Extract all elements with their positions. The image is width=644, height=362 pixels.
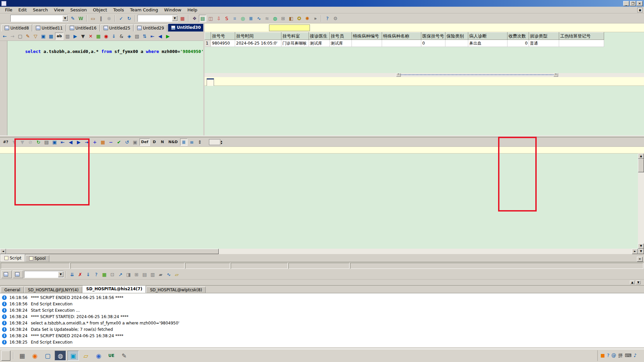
database-select[interactable]: ▼	[24, 271, 64, 278]
cell[interactable]: 0	[507, 40, 529, 47]
add-grid-icon[interactable]: ▦	[101, 271, 108, 278]
connection-select[interactable]: ▼	[10, 15, 68, 22]
sql-scratchpad-icon[interactable]: S	[223, 15, 230, 22]
save-icon[interactable]: ▣	[40, 33, 47, 40]
window-button[interactable]	[1, 270, 12, 278]
prev-page-icon[interactable]: ◀	[156, 33, 164, 40]
project-manager-icon[interactable]: ▦	[179, 15, 186, 22]
cell[interactable]: 普通	[529, 40, 559, 47]
cell[interactable]: 鼻出血	[468, 40, 507, 47]
stop-icon[interactable]: ⊗	[105, 15, 113, 22]
menu-item[interactable]: Edit	[15, 7, 30, 13]
visual-object-editor-icon[interactable]: ◫	[207, 15, 214, 22]
security-icon[interactable]: ✪	[296, 15, 303, 22]
archive-tray-icon[interactable]: ■	[600, 353, 605, 359]
log-entry[interactable]: i 16:38:24 Start Script Execution ...	[0, 307, 644, 313]
result-tab[interactable]: Spool	[25, 255, 49, 262]
break-icon[interactable]: ⊘	[27, 138, 34, 146]
cell[interactable]	[445, 40, 468, 47]
export-icon[interactable]: ⇓	[110, 33, 117, 40]
fetch-nd-button[interactable]: N&D	[167, 138, 179, 146]
menu-item[interactable]: Help	[184, 7, 201, 13]
next-record-icon[interactable]: ▶	[75, 138, 83, 146]
document-tab[interactable]: Untitled25	[100, 24, 134, 32]
mail-tray-icon[interactable]: @	[611, 353, 616, 359]
close-icon[interactable]: ✕	[637, 257, 643, 262]
start-button[interactable]	[1, 351, 10, 361]
revert-edits-icon[interactable]: ↺	[123, 138, 131, 146]
session-tab[interactable]: General	[1, 287, 24, 293]
sql-code[interactable]: select a.tsbzbh,a.omxid0,a.* from sf_fym…	[9, 43, 204, 77]
scrollbar-thumb[interactable]	[638, 159, 644, 172]
document-icon[interactable]: ▣	[637, 8, 643, 12]
log-entry[interactable]: i 16:18:56 End Script Execution	[0, 301, 644, 307]
save-all-icon[interactable]: ▦	[47, 33, 55, 40]
copy-format-icon[interactable]: ▧	[133, 33, 141, 40]
menu-item[interactable]: View	[51, 7, 67, 13]
vertical-scrollbar[interactable]: ▲ ▼	[638, 154, 644, 249]
form-view-icon[interactable]: ≡	[188, 138, 196, 146]
column-header[interactable]: 特殊病种编号	[352, 33, 382, 40]
scroll-left-icon[interactable]: ◄	[0, 249, 6, 254]
collapse-down-icon[interactable]: ▼	[636, 281, 641, 284]
web-support-icon[interactable]: W	[77, 15, 85, 22]
filter-data-icon[interactable]: ▼	[19, 138, 26, 146]
session-tab[interactable]: SD_HOSPITAL@FJLNYY(4)	[24, 287, 82, 293]
session-browser-icon[interactable]: ❖	[191, 15, 198, 22]
menu-item[interactable]: File	[2, 7, 15, 13]
execute-icon[interactable]: ▶	[71, 33, 79, 40]
help-icon[interactable]: ?	[324, 15, 331, 22]
delete-record-icon[interactable]: −	[107, 138, 115, 146]
column-header[interactable]: 挂号科室	[281, 33, 309, 40]
first-page-icon[interactable]: ⇤	[149, 33, 156, 40]
minimize-button[interactable]: _	[623, 1, 629, 6]
column-header[interactable]: 挂号员	[330, 33, 352, 40]
edit-grid-icon[interactable]: ▦	[95, 33, 102, 40]
autorefresh-stepper[interactable]: ▲▼	[209, 139, 222, 145]
session-tab[interactable]: SD_HOSPITAL@his214(7)	[83, 286, 146, 293]
describe-icon[interactable]: &	[118, 33, 125, 40]
open-session-icon[interactable]: ▭	[89, 15, 97, 22]
menu-item[interactable]: Tools	[110, 7, 127, 13]
edit-file-icon[interactable]: ✎	[24, 33, 32, 40]
cell[interactable]: 门诊耳鼻咽喉	[281, 40, 309, 47]
grid-view-icon[interactable]: ≣	[180, 138, 187, 146]
horizontal-scrollbar[interactable]: ◄ ► ▼	[0, 249, 644, 254]
grid-scrollbar-strip[interactable]: ^ ^	[205, 73, 644, 77]
fetch-default-button[interactable]: Def	[140, 138, 150, 146]
menu-item[interactable]: Window	[161, 7, 184, 13]
restore-button[interactable]: ❐	[630, 1, 636, 6]
cell[interactable]: 0	[421, 40, 445, 47]
swap-icon[interactable]: ⇅	[141, 33, 148, 40]
fetch-d-button[interactable]: D	[151, 138, 158, 146]
document-tab[interactable]: Untitled29	[134, 24, 167, 32]
print-grid-icon[interactable]: ▤	[43, 138, 50, 146]
notepad-icon[interactable]: ▢	[42, 351, 53, 361]
collapse-up-icon[interactable]: ^	[553, 73, 558, 77]
code-editor-icon[interactable]: ▤	[199, 15, 206, 22]
record-view-icon[interactable]: ▣	[131, 138, 139, 146]
speak-icon[interactable]: ◈	[125, 33, 133, 40]
quick-help-icon[interactable]: ?	[93, 271, 100, 278]
result-tab[interactable]: Script	[1, 254, 25, 262]
describe-fields-icon[interactable]: #?	[1, 138, 10, 146]
globe-icon[interactable]: ◍	[55, 351, 66, 361]
edit-cell-icon[interactable]: ▦	[99, 138, 107, 146]
forward-icon[interactable]: →	[9, 33, 16, 40]
post-edits-icon[interactable]: ✔	[115, 138, 123, 146]
refresh-data-icon[interactable]: ↻	[35, 138, 42, 146]
open-file-icon[interactable]: ▽	[32, 33, 39, 40]
capture-icon[interactable]: ▣	[67, 351, 79, 361]
menu-item[interactable]: Session	[67, 7, 90, 13]
chevron-down-icon[interactable]: ▼	[62, 15, 68, 21]
column-header[interactable]: 保险类别	[445, 33, 468, 40]
cell[interactable]: 1	[205, 40, 211, 47]
sql-developer-icon[interactable]: ⇩	[215, 15, 222, 22]
import-icon[interactable]: ◧	[287, 15, 295, 22]
log-entry[interactable]: i 16:38:25 End Script Execution	[0, 339, 644, 345]
chevron-down-icon[interactable]: ▼	[172, 15, 177, 21]
back-icon[interactable]: ←	[1, 33, 8, 40]
connect-icon[interactable]	[2, 15, 9, 22]
column-header[interactable]: 病人诊断	[468, 33, 507, 40]
save-grid-icon[interactable]: ▣	[51, 138, 58, 146]
